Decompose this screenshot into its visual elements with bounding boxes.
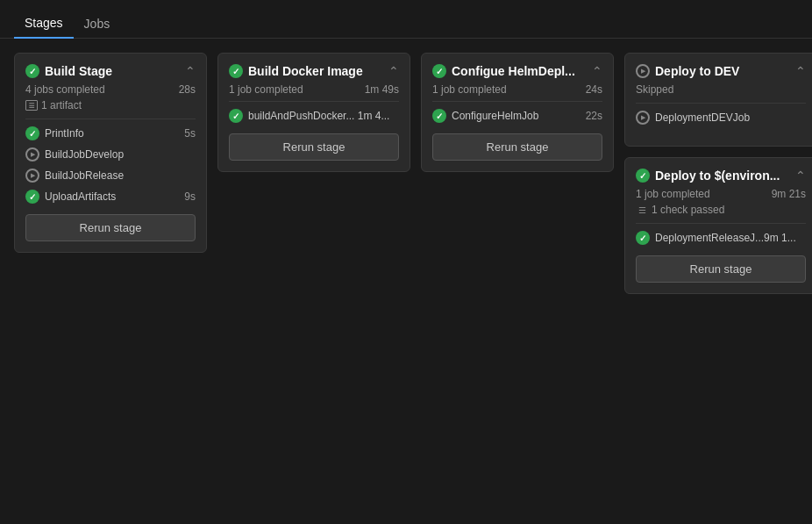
stage-title: Deploy to $(environ... bbox=[655, 169, 780, 183]
stage-title-group: Configue HelmDepl... bbox=[432, 64, 575, 78]
pipeline-container: Build Stage ⌃ 4 jobs completed 28s ≡ 1 a… bbox=[0, 39, 812, 524]
chevron-icon[interactable]: ⌃ bbox=[592, 64, 602, 78]
divider bbox=[432, 101, 602, 102]
stage-card-build: Build Stage ⌃ 4 jobs completed 28s ≡ 1 a… bbox=[14, 53, 207, 253]
job-name[interactable]: DeploymentDEVJob bbox=[655, 111, 750, 124]
job-name[interactable]: UploadArtifacts bbox=[45, 190, 116, 203]
job-item: UploadArtifacts 9s bbox=[25, 188, 196, 205]
job-name[interactable]: ConfigureHelmJob bbox=[452, 110, 538, 122]
duration: 28s bbox=[179, 83, 196, 96]
job-name[interactable]: DeploymentReleaseJ...9m 1... bbox=[655, 232, 796, 244]
stage-card-helm: Configue HelmDepl... ⌃ 1 job completed 2… bbox=[421, 53, 614, 172]
job-status-icon bbox=[432, 109, 446, 123]
tabs-bar: Stages Jobs bbox=[0, 0, 812, 39]
chevron-icon[interactable]: ⌃ bbox=[388, 64, 399, 78]
job-status-icon-skipped bbox=[25, 147, 39, 162]
stage-meta: 1 job completed 9m 21s bbox=[636, 188, 806, 200]
job-item-left: DeploymentDEVJob bbox=[636, 111, 806, 125]
job-item-left: BuildJobRelease bbox=[25, 169, 196, 183]
stage-title-group: Deploy to $(environ... bbox=[636, 169, 780, 183]
duration: 24s bbox=[586, 83, 602, 96]
stage-header-build: Build Stage ⌃ bbox=[25, 64, 196, 78]
job-list-build: PrintInfo 5s BuildJobDevelop BuildJobRel… bbox=[25, 125, 196, 205]
job-item-left: BuildJobDevelop bbox=[25, 147, 196, 162]
job-item: PrintInfo 5s bbox=[25, 125, 196, 142]
jobs-completed: 4 jobs completed bbox=[25, 83, 105, 96]
job-item: buildAndPushDocker... 1m 4... bbox=[229, 107, 399, 125]
status-icon-success bbox=[229, 64, 243, 78]
job-time: 9s bbox=[184, 190, 196, 203]
rerun-stage-button[interactable]: Rerun stage bbox=[229, 133, 399, 161]
stage-card-docker: Build Docker Image ⌃ 1 job completed 1m … bbox=[217, 53, 410, 172]
job-item: BuildJobRelease bbox=[25, 167, 196, 184]
jobs-completed: 1 job completed bbox=[636, 188, 710, 200]
tab-stages[interactable]: Stages bbox=[14, 9, 74, 39]
artifact-row: ≡ 1 artifact bbox=[25, 99, 196, 111]
duration: 9m 21s bbox=[772, 188, 806, 200]
stage-card-deploy-dev: Deploy to DEV ⌃ Skipped DeploymentDEVJob bbox=[624, 53, 812, 147]
duration: 1m 49s bbox=[365, 83, 399, 96]
stage-title: Build Stage bbox=[45, 64, 112, 78]
job-item-left: ConfigureHelmJob bbox=[432, 109, 586, 123]
job-list-docker: buildAndPushDocker... 1m 4... bbox=[229, 107, 399, 125]
job-item-left: PrintInfo bbox=[25, 126, 184, 140]
checklist-icon: ☰ bbox=[636, 205, 648, 215]
job-status-icon-skipped bbox=[25, 169, 39, 183]
stage-title-group: Build Stage bbox=[25, 64, 112, 78]
rerun-stage-button[interactable]: Rerun stage bbox=[636, 255, 806, 283]
job-status-icon bbox=[229, 109, 243, 123]
chevron-icon[interactable]: ⌃ bbox=[795, 64, 806, 78]
artifact-label: 1 artifact bbox=[41, 99, 82, 111]
job-item: DeploymentReleaseJ...9m 1... bbox=[636, 229, 806, 247]
status-icon-success bbox=[432, 64, 446, 78]
stage-meta: 1 job completed 24s bbox=[432, 83, 602, 96]
job-list-helm: ConfigureHelmJob 22s bbox=[432, 107, 602, 125]
job-item-left: DeploymentReleaseJ...9m 1... bbox=[636, 231, 806, 245]
stage-header-dev: Deploy to DEV ⌃ bbox=[636, 64, 806, 78]
skipped-label: Skipped bbox=[636, 83, 806, 96]
stage-title-group: Build Docker Image bbox=[229, 64, 363, 78]
jobs-completed: 1 job completed bbox=[229, 83, 303, 96]
job-item: ConfigureHelmJob 22s bbox=[432, 107, 602, 125]
stage-header-helm: Configue HelmDepl... ⌃ bbox=[432, 64, 602, 78]
job-time: 22s bbox=[586, 110, 602, 122]
job-time: 5s bbox=[184, 127, 196, 140]
divider bbox=[25, 118, 196, 119]
stage-title: Deploy to DEV bbox=[655, 64, 739, 78]
stage-header-docker: Build Docker Image ⌃ bbox=[229, 64, 399, 78]
job-name[interactable]: BuildJobDevelop bbox=[45, 148, 124, 161]
divider bbox=[636, 103, 806, 104]
check-row: ☰ 1 check passed bbox=[636, 204, 806, 216]
tab-jobs[interactable]: Jobs bbox=[74, 10, 121, 38]
job-name[interactable]: PrintInfo bbox=[45, 127, 84, 140]
rerun-stage-button[interactable]: Rerun stage bbox=[432, 133, 602, 161]
divider bbox=[636, 223, 806, 224]
job-item-left: buildAndPushDocker... 1m 4... bbox=[229, 109, 399, 123]
job-name[interactable]: buildAndPushDocker... 1m 4... bbox=[248, 110, 389, 122]
stage-meta: 1 job completed 1m 49s bbox=[229, 83, 399, 96]
job-list-dev: DeploymentDEVJob bbox=[636, 109, 806, 126]
job-name[interactable]: BuildJobRelease bbox=[45, 169, 124, 182]
stage-meta: 4 jobs completed 28s bbox=[25, 83, 196, 96]
chevron-icon[interactable]: ⌃ bbox=[185, 64, 196, 78]
check-label: 1 check passed bbox=[652, 204, 724, 216]
stage-card-deploy-environ: Deploy to $(environ... ⌃ 1 job completed… bbox=[624, 157, 812, 294]
artifact-icon: ≡ bbox=[25, 100, 38, 111]
job-item-left: UploadArtifacts bbox=[25, 190, 184, 204]
job-list-environ: DeploymentReleaseJ...9m 1... bbox=[636, 229, 806, 247]
stage-title: Configue HelmDepl... bbox=[452, 64, 575, 78]
job-status-icon bbox=[636, 231, 650, 245]
status-icon-success bbox=[636, 169, 650, 183]
chevron-icon[interactable]: ⌃ bbox=[795, 169, 806, 183]
job-status-icon bbox=[25, 190, 39, 204]
status-icon-skipped bbox=[636, 64, 650, 78]
divider bbox=[229, 101, 399, 102]
right-column: Deploy to DEV ⌃ Skipped DeploymentDEVJob bbox=[624, 53, 812, 294]
stage-header-environ: Deploy to $(environ... ⌃ bbox=[636, 169, 806, 183]
job-status-icon bbox=[25, 126, 39, 140]
rerun-stage-button[interactable]: Rerun stage bbox=[25, 214, 196, 241]
jobs-completed: 1 job completed bbox=[432, 83, 507, 96]
job-status-icon-skipped bbox=[636, 111, 650, 125]
stage-title: Build Docker Image bbox=[248, 64, 363, 78]
job-item: BuildJobDevelop bbox=[25, 146, 196, 163]
